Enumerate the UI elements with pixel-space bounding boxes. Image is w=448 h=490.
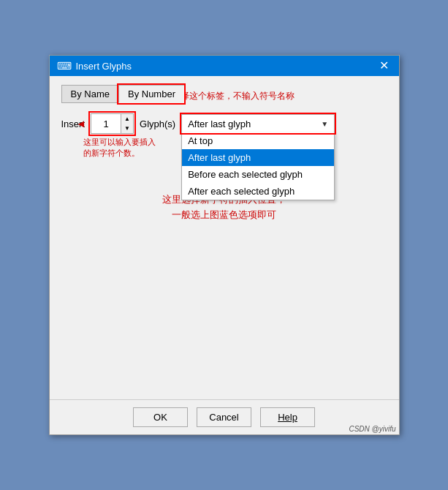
spinner-up-button[interactable]: ▲ [121, 114, 133, 124]
spinner-wrap: 1 ▲ ▼ [91, 113, 134, 134]
tab-by-name[interactable]: By Name [61, 85, 119, 103]
title-bar: ⌨ Insert Glyphs ✕ [50, 56, 399, 76]
position-annotation-line2: 一般选上图蓝色选项即可 [61, 208, 387, 223]
spinner-annotation: 这里可以输入要插入 的新字符个数。 [83, 137, 171, 159]
dialog-title: Insert Glyphs [76, 61, 132, 72]
dialog-body: By Name By Number ◄ 选择这个标签，不输入符号名称 Inser… [50, 76, 399, 399]
tab-annotation-text: 选择这个标签，不输入符号名称 [172, 90, 295, 102]
ok-button[interactable]: OK [133, 407, 188, 427]
spinner-down-button[interactable]: ▼ [121, 124, 133, 133]
cancel-button[interactable]: Cancel [197, 407, 251, 427]
tab-by-number[interactable]: By Number [118, 85, 185, 103]
chevron-down-icon: ▼ [321, 120, 328, 128]
dropdown-wrap: After last glyph ▼ At top After last gly… [181, 114, 335, 133]
insert-row: Insert 1 ▲ ▼ 这里可以输入要插入 的新字符个数。 ◄ [61, 113, 387, 134]
spinner-arrow-icon: ◄ [76, 118, 86, 129]
glyph-count-input[interactable]: 1 [91, 114, 121, 133]
watermark: CSDN @yivifu [349, 425, 395, 433]
dropdown-item-after-selected[interactable]: After each selected glyph [182, 183, 334, 200]
tab-by-number-wrap: By Number [118, 85, 184, 103]
spinner-container: 1 ▲ ▼ 这里可以输入要插入 的新字符个数。 ◄ [91, 113, 134, 134]
dropdown-item-before-selected[interactable]: Before each selected glyph [182, 166, 334, 183]
tabs-row: By Name By Number ◄ 选择这个标签，不输入符号名称 [61, 85, 387, 103]
dropdown-selected[interactable]: After last glyph ▼ [181, 114, 335, 133]
dropdown-item-at-top[interactable]: At top [182, 132, 334, 149]
help-button[interactable]: Help [260, 407, 315, 427]
dropdown-list: At top After last glyph Before each sele… [181, 132, 335, 200]
title-bar-left: ⌨ Insert Glyphs [57, 60, 132, 72]
dialog-icon: ⌨ [57, 60, 72, 72]
insert-glyphs-dialog: ⌨ Insert Glyphs ✕ By Name By Number ◄ 选择… [49, 55, 400, 435]
glyphs-label: Glyph(s) [140, 118, 175, 129]
close-button[interactable]: ✕ [376, 60, 392, 72]
dropdown-selected-text: After last glyph [188, 118, 251, 129]
spinner-arrows: ▲ ▼ [121, 114, 133, 133]
dropdown-item-after-last[interactable]: After last glyph [182, 149, 334, 166]
dialog-footer: OK Cancel Help [50, 399, 399, 434]
